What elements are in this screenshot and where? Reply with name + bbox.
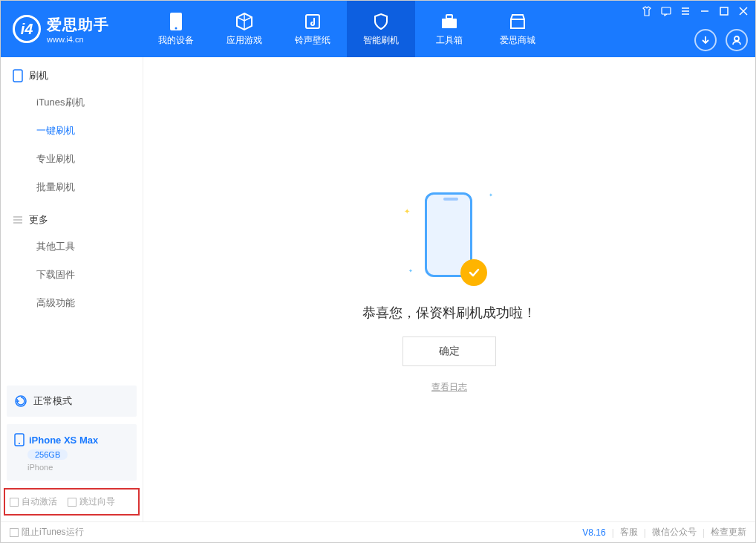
tab-ringtone-wallpaper[interactable]: 铃声壁纸	[278, 1, 347, 57]
device-box[interactable]: iPhone XS Max 256GB iPhone	[7, 424, 137, 481]
checkbox-block-itunes[interactable]: 阻止iTunes运行	[10, 526, 84, 539]
success-message: 恭喜您，保资料刷机成功啦！	[362, 304, 536, 322]
window-controls	[641, 5, 749, 17]
app-name: 爱思助手	[47, 15, 109, 35]
success-illustration: ✦ ✦ ✦	[408, 185, 490, 289]
sidebar-item-advanced[interactable]: 高级功能	[1, 289, 143, 317]
check-update-link[interactable]: 检查更新	[711, 526, 746, 539]
nav-tabs: 我的设备 应用游戏 铃声壁纸 智能刷机 工具箱 爱思商城	[142, 1, 552, 57]
music-icon	[303, 12, 322, 31]
phone-outline-icon	[14, 433, 25, 446]
svg-rect-3	[442, 19, 457, 28]
storage-badge: 256GB	[27, 449, 68, 460]
tab-smart-flash[interactable]: 智能刷机	[347, 1, 415, 57]
tab-apps-games[interactable]: 应用游戏	[210, 1, 278, 57]
app-url: www.i4.cn	[47, 35, 109, 44]
checkbox-skip-guide[interactable]: 跳过向导	[68, 495, 115, 508]
checkbox-icon	[10, 528, 19, 537]
svg-rect-4	[446, 15, 452, 19]
checkbox-icon	[10, 498, 19, 507]
sidebar: 刷机 iTunes刷机 一键刷机 专业刷机 批量刷机 更多 其他工具 下载固件 …	[1, 57, 143, 521]
toolbox-icon	[440, 12, 459, 31]
sidebar-item-download-firmware[interactable]: 下载固件	[1, 261, 143, 289]
device-type: iPhone	[27, 463, 129, 472]
refresh-icon	[14, 394, 27, 408]
download-icon[interactable]	[694, 29, 717, 51]
tab-toolbox[interactable]: 工具箱	[415, 1, 483, 57]
maximize-icon[interactable]	[718, 5, 730, 17]
phone-icon	[166, 12, 186, 31]
checkmark-icon	[460, 259, 487, 286]
sidebar-item-pro-flash[interactable]: 专业刷机	[1, 145, 143, 173]
support-link[interactable]: 客服	[620, 526, 638, 539]
main: 刷机 iTunes刷机 一键刷机 专业刷机 批量刷机 更多 其他工具 下载固件 …	[1, 57, 755, 521]
user-icon[interactable]	[726, 29, 748, 51]
svg-point-7	[734, 36, 739, 41]
sidebar-group-flash: 刷机	[1, 57, 143, 88]
checkbox-auto-activate[interactable]: 自动激活	[10, 495, 57, 508]
tab-store[interactable]: 爱思商城	[483, 1, 552, 57]
svg-point-1	[175, 27, 177, 29]
feedback-icon[interactable]	[660, 5, 672, 17]
logo-text: 爱思助手 www.i4.cn	[47, 15, 109, 44]
version-label: V8.16	[582, 527, 605, 538]
sidebar-group-more: 更多	[1, 201, 143, 233]
tshirt-icon[interactable]	[641, 5, 653, 17]
sidebar-item-batch-flash[interactable]: 批量刷机	[1, 173, 143, 201]
logo-icon: i4	[13, 15, 41, 43]
footer-right: V8.16 | 客服 | 微信公众号 | 检查更新	[582, 526, 746, 539]
svg-point-11	[19, 443, 20, 444]
sidebar-item-oneclick-flash[interactable]: 一键刷机	[1, 117, 143, 145]
mode-box[interactable]: 正常模式	[7, 386, 137, 417]
sidebar-item-other-tools[interactable]: 其他工具	[1, 233, 143, 261]
header-right-icons	[694, 29, 748, 51]
shield-icon	[371, 12, 391, 31]
store-icon	[508, 12, 527, 31]
menu-icon[interactable]	[680, 5, 691, 17]
header: i4 爱思助手 www.i4.cn 我的设备 应用游戏 铃声壁纸 智能刷机 工具…	[1, 1, 755, 57]
logo-area: i4 爱思助手 www.i4.cn	[1, 15, 142, 44]
list-icon	[13, 215, 23, 225]
footer: 阻止iTunes运行 V8.16 | 客服 | 微信公众号 | 检查更新	[1, 521, 755, 542]
device-icon	[13, 69, 23, 82]
confirm-button[interactable]: 确定	[403, 336, 496, 366]
wechat-link[interactable]: 微信公众号	[652, 526, 697, 539]
svg-rect-6	[720, 7, 728, 15]
checkbox-icon	[68, 498, 76, 507]
sidebar-item-itunes-flash[interactable]: iTunes刷机	[1, 88, 143, 117]
cube-icon	[235, 12, 254, 31]
content: ✦ ✦ ✦ 恭喜您，保资料刷机成功啦！ 确定 查看日志	[143, 57, 755, 521]
close-icon[interactable]	[737, 5, 749, 17]
mode-label: 正常模式	[33, 394, 72, 408]
svg-rect-5	[662, 7, 671, 14]
view-log-link[interactable]: 查看日志	[431, 381, 467, 394]
highlighted-checkbox-row: 自动激活 跳过向导	[4, 488, 140, 516]
device-name-row: iPhone XS Max	[14, 433, 129, 446]
tab-my-device[interactable]: 我的设备	[142, 1, 210, 57]
svg-rect-8	[13, 70, 22, 82]
minimize-icon[interactable]	[699, 5, 711, 17]
